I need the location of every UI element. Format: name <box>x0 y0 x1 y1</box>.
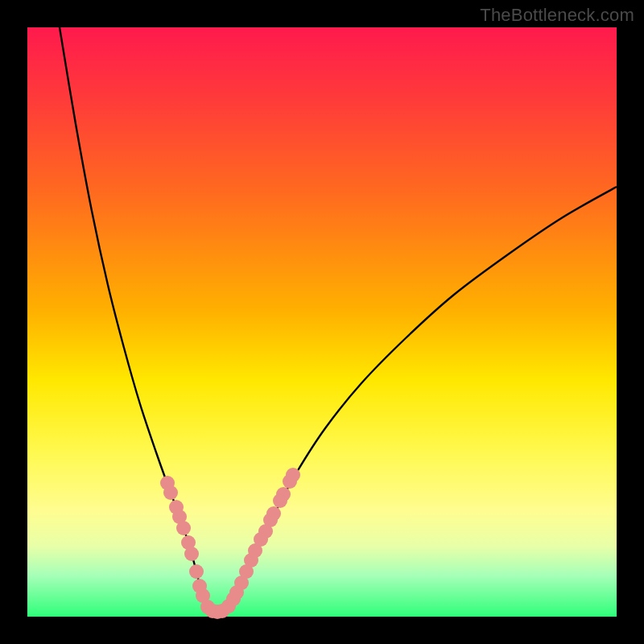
data-dot <box>286 468 300 482</box>
chart-frame: TheBottleneck.com <box>0 0 644 644</box>
curve-overlay <box>27 27 617 617</box>
data-dot <box>163 485 178 500</box>
data-dot <box>176 521 191 535</box>
watermark-text: TheBottleneck.com <box>480 5 634 26</box>
data-dot <box>184 547 199 561</box>
data-dot <box>276 487 291 502</box>
data-dot <box>189 564 204 579</box>
data-dot <box>266 506 281 521</box>
series-right-curve <box>221 187 617 611</box>
series-left-curve <box>60 27 213 611</box>
plot-area <box>27 27 617 617</box>
